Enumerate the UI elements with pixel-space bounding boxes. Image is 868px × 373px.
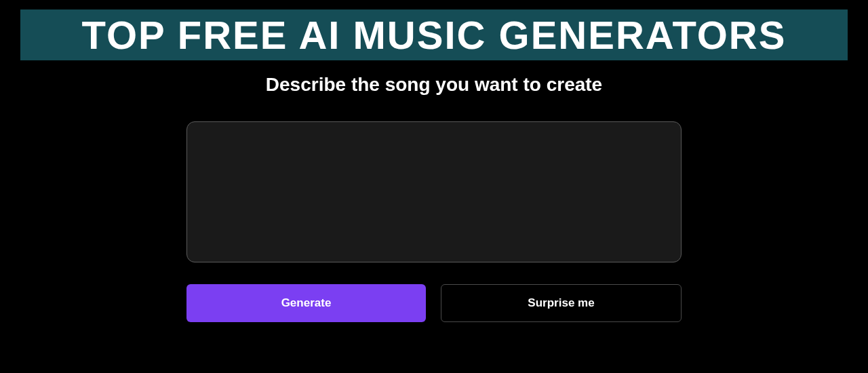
page-banner: TOP FREE AI MUSIC GENERATORS xyxy=(20,9,848,60)
generate-button[interactable]: Generate xyxy=(186,284,426,322)
banner-title: TOP FREE AI MUSIC GENERATORS xyxy=(82,13,787,57)
action-buttons: Generate Surprise me xyxy=(186,284,682,322)
song-prompt-input[interactable] xyxy=(186,121,682,262)
surprise-me-button[interactable]: Surprise me xyxy=(441,284,682,322)
prompt-heading: Describe the song you want to create xyxy=(266,74,602,96)
main-content: Describe the song you want to create Gen… xyxy=(0,60,868,322)
prompt-container xyxy=(186,121,682,265)
